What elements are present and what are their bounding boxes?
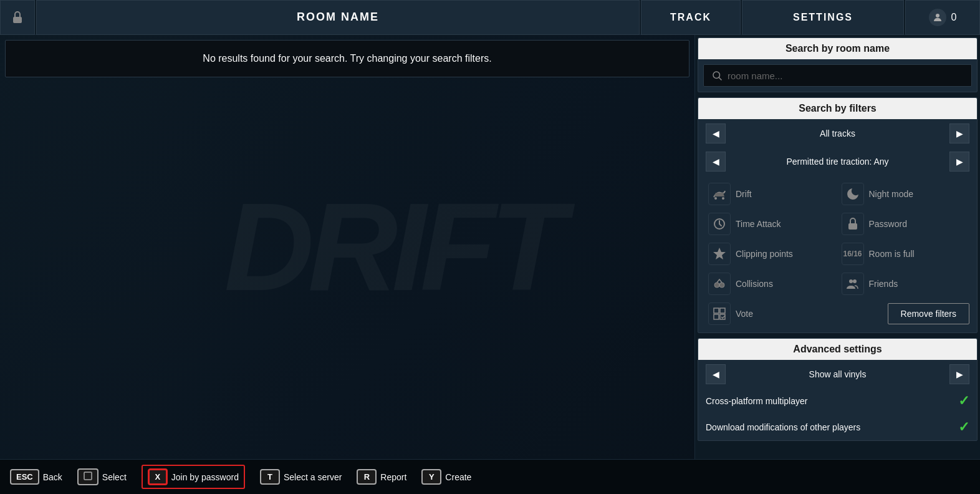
players-count: 0 (951, 12, 957, 23)
select-action[interactable]: Select (77, 468, 127, 485)
svg-point-10 (719, 283, 724, 288)
search-title: Search by room name (698, 38, 977, 59)
no-results-message: No results found for your search. Try ch… (5, 40, 689, 77)
tire-filter-row: ◀ Permitted tire traction: Any ▶ (698, 147, 977, 175)
friends-label: Friends (869, 279, 898, 289)
svg-point-9 (714, 283, 719, 288)
svg-rect-15 (714, 314, 719, 319)
svg-point-5 (722, 197, 724, 200)
track-filter-right[interactable]: ▶ (949, 124, 969, 143)
vote-icon (708, 303, 731, 325)
sidebar: Search by room name Search by filters (694, 35, 980, 459)
room-name-header: ROOM NAME (36, 0, 640, 35)
filter-item-collisions[interactable]: Collisions (706, 270, 837, 298)
friends-icon (842, 273, 864, 295)
filter-item-room-full[interactable]: 16/16 Room is full (839, 240, 970, 268)
bottom-bar: ESC Back Select X Join by password T Sel… (0, 459, 980, 494)
report-key: R (357, 469, 377, 485)
night-icon (842, 183, 864, 205)
svg-line-3 (719, 77, 722, 80)
lock-icon (0, 0, 35, 35)
track-filter-label: All tracks (726, 128, 949, 138)
filter-item-vote[interactable]: Vote (706, 300, 837, 327)
drift-label: Drift (736, 189, 752, 199)
advanced-section: Advanced settings ◀ Show all vinyls ▶ Cr… (698, 338, 978, 441)
filter-item-drift[interactable]: Drift (706, 180, 837, 208)
players-header: 0 (905, 0, 980, 35)
download-mods-row: Download modifications of other players … (698, 414, 977, 440)
remove-filters-container: Remove filters (839, 300, 970, 327)
header: ROOM NAME TRACK SETTINGS 0 (0, 0, 980, 35)
svg-rect-7 (848, 223, 857, 230)
room-full-icon: 16/16 (842, 243, 864, 265)
password-label: Password (869, 219, 907, 229)
settings-header: SETTINGS (742, 0, 904, 35)
back-label: Back (43, 472, 62, 482)
join-by-password-action[interactable]: X Join by password (142, 465, 245, 489)
vinyl-filter-right[interactable]: ▶ (949, 364, 969, 384)
drift-icon (708, 183, 731, 205)
tire-filter-left[interactable]: ◀ (706, 152, 726, 172)
select-server-action[interactable]: T Select a server (260, 469, 342, 485)
cross-platform-row: Cross-platform multiplayer ✓ (698, 388, 977, 414)
search-section: Search by room name (698, 37, 978, 92)
room-full-label: Room is full (869, 249, 915, 259)
filters-section: Search by filters ◀ All tracks ▶ ◀ Permi… (698, 97, 978, 333)
join-key: X (148, 468, 168, 485)
tire-filter-label: Permitted tire traction: Any (726, 157, 949, 167)
svg-rect-0 (13, 17, 22, 23)
filter-item-time-attack[interactable]: Time Attack (706, 210, 837, 238)
back-action[interactable]: ESC Back (10, 469, 62, 485)
select-key (77, 468, 98, 485)
report-action[interactable]: R Report (357, 469, 406, 485)
filter-item-clipping[interactable]: Clipping points (706, 240, 837, 268)
filter-item-night[interactable]: Night mode (839, 180, 970, 208)
remove-filters-button[interactable]: Remove filters (888, 303, 969, 324)
vinyl-filter-label: Show all vinyls (726, 369, 949, 379)
download-mods-label: Download modifications of other players (706, 422, 958, 432)
clipping-icon (708, 243, 731, 265)
cross-platform-label: Cross-platform multiplayer (706, 396, 958, 406)
cross-platform-check: ✓ (958, 393, 969, 409)
tire-filter-right[interactable]: ▶ (949, 152, 969, 172)
svg-point-4 (714, 197, 717, 200)
advanced-title: Advanced settings (698, 339, 977, 360)
svg-marker-8 (713, 248, 726, 259)
clipping-label: Clipping points (736, 249, 793, 259)
join-label: Join by password (171, 472, 239, 482)
search-input[interactable] (728, 70, 964, 81)
report-label: Report (380, 472, 406, 482)
vote-label: Vote (736, 309, 753, 319)
night-label: Night mode (869, 189, 914, 199)
filter-item-friends[interactable]: Friends (839, 270, 970, 298)
svg-point-2 (713, 72, 720, 79)
time-attack-icon (708, 213, 731, 235)
select-server-key: T (260, 469, 280, 485)
filters-title: Search by filters (698, 98, 977, 119)
collisions-label: Collisions (736, 279, 773, 289)
track-filter-row: ◀ All tracks ▶ (698, 119, 977, 147)
svg-rect-13 (714, 308, 719, 313)
back-key: ESC (10, 469, 39, 485)
svg-point-1 (936, 14, 939, 17)
select-server-label: Select a server (284, 472, 342, 482)
password-icon (842, 213, 864, 235)
vinyl-filter-left[interactable]: ◀ (706, 364, 726, 384)
download-mods-check: ✓ (958, 419, 969, 435)
create-label: Create (445, 472, 471, 482)
select-label: Select (102, 472, 127, 482)
time-attack-label: Time Attack (736, 219, 781, 229)
search-input-container[interactable] (703, 64, 972, 87)
collisions-icon (708, 273, 731, 295)
track-header: TRACK (641, 0, 741, 35)
vinyl-filter-row: ◀ Show all vinyls ▶ (698, 360, 977, 388)
track-filter-left[interactable]: ◀ (706, 124, 726, 143)
create-action[interactable]: Y Create (421, 469, 471, 485)
player-icon (929, 9, 946, 26)
svg-point-12 (853, 279, 857, 283)
create-key: Y (421, 469, 441, 485)
filters-grid: Drift Night mode (698, 175, 977, 332)
svg-rect-17 (84, 472, 92, 480)
main-area: No results found for your search. Try ch… (0, 35, 694, 459)
filter-item-password[interactable]: Password (839, 210, 970, 238)
